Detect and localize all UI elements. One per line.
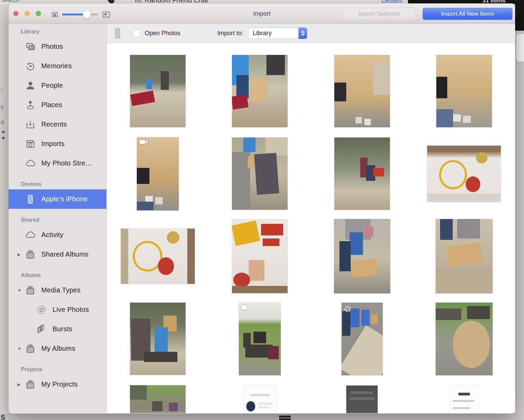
album-folder-icon bbox=[25, 249, 36, 260]
photo-thumbnail-video-crowd-on-lawn[interactable] bbox=[239, 303, 281, 375]
background-bottom-strip: S bbox=[0, 414, 524, 420]
minimize-button[interactable] bbox=[25, 11, 30, 16]
photo-thumbnail-screenshot-instagram-profile[interactable] bbox=[244, 386, 276, 413]
photo-thumbnail-man-and-woman-at-table[interactable] bbox=[130, 303, 186, 375]
sidebar-section-albums: Albums ▼ Media Types Live Photos bbox=[9, 270, 106, 358]
background-right-strip bbox=[515, 0, 524, 420]
section-header-projects: Projects bbox=[9, 364, 106, 375]
sidebar-section-library: Library Photos Memories bbox=[9, 27, 106, 173]
photo-grid-area bbox=[107, 43, 515, 413]
select-stepper-icon bbox=[299, 28, 307, 39]
recents-icon bbox=[25, 119, 36, 130]
photo-thumbnail-dog-head-with-shoes-below[interactable] bbox=[436, 55, 492, 127]
sidebar-item-imports[interactable]: Imports bbox=[9, 134, 106, 154]
photos-icon bbox=[25, 41, 36, 52]
photo-thumbnail-man-crouching-with-camera[interactable] bbox=[232, 137, 288, 210]
traffic-lights bbox=[13, 11, 41, 16]
large-thumbnail-icon bbox=[103, 12, 110, 17]
background-left-strip: ‹ k o ✦ ✦ bbox=[0, 4, 9, 414]
sidebar-section-shared: Shared Activity ▶ Shared Albums bbox=[9, 215, 106, 264]
open-photos-label: Open Photos bbox=[145, 30, 180, 37]
cloud-icon bbox=[25, 158, 36, 169]
background-bottom-fragment: S bbox=[1, 414, 5, 420]
sidebar-item-recents[interactable]: Recents bbox=[9, 115, 106, 134]
sidebar-item-media-types[interactable]: ▼ Media Types bbox=[9, 280, 106, 300]
photo-thumbnail-two-people-talking-under-oaks[interactable] bbox=[334, 137, 390, 210]
photos-import-window: Import Import Selected Import All New It… bbox=[9, 3, 515, 414]
slider-knob[interactable] bbox=[83, 11, 91, 18]
sidebar-item-places[interactable]: Places bbox=[9, 95, 106, 115]
photo-thumbnail-screenshot-settings-list[interactable] bbox=[450, 386, 478, 413]
memories-icon bbox=[25, 61, 36, 72]
sidebar-item-my-photo-stream[interactable]: My Photo Stre… bbox=[9, 154, 106, 173]
photo-thumbnail-live-photo-deck-and-people[interactable] bbox=[341, 303, 383, 375]
sidebar: Library Photos Memories bbox=[9, 24, 107, 413]
album-folder-icon bbox=[25, 379, 36, 390]
photo-thumbnail-people-petting-dog-on-deck[interactable] bbox=[334, 219, 390, 293]
disclosure-collapsed-icon[interactable]: ▶ bbox=[17, 382, 25, 387]
photo-thumbnail-dog-lying-on-deck-petted[interactable] bbox=[436, 219, 493, 293]
live-photos-icon bbox=[36, 304, 47, 315]
sidebar-item-bursts[interactable]: Bursts bbox=[9, 319, 106, 339]
open-photos-checkbox[interactable] bbox=[133, 30, 140, 37]
sidebar-item-apples-iphone[interactable]: Apple’s iPhone bbox=[9, 189, 106, 209]
disclosure-expanded-icon[interactable]: ▼ bbox=[17, 346, 25, 351]
album-folder-icon bbox=[25, 285, 36, 296]
sidebar-item-photos[interactable]: Photos bbox=[9, 37, 106, 56]
photo-thumbnail-doodle-dog-face-closeup[interactable] bbox=[436, 303, 493, 375]
section-header-devices: Devices bbox=[9, 179, 106, 189]
disclosure-collapsed-icon[interactable]: ▶ bbox=[17, 252, 25, 257]
sidebar-item-shared-albums[interactable]: ▶ Shared Albums bbox=[9, 245, 106, 264]
section-header-library: Library bbox=[9, 27, 106, 37]
sidebar-item-my-albums[interactable]: ▼ My Albums bbox=[9, 339, 106, 358]
section-header-albums: Albums bbox=[9, 270, 106, 280]
photo-grid bbox=[107, 43, 515, 413]
import-destination-select[interactable]: Library bbox=[248, 28, 307, 39]
album-folder-icon bbox=[25, 343, 36, 354]
video-badge-icon bbox=[242, 305, 250, 309]
destination-value: Library bbox=[248, 28, 299, 39]
places-icon bbox=[25, 100, 36, 111]
photo-thumbnail-handlers-petting-dog-closeup[interactable] bbox=[232, 55, 288, 127]
window-titlebar: Import Import Selected Import All New It… bbox=[9, 3, 515, 24]
live-photo-badge-icon bbox=[344, 305, 351, 312]
import-to-label: Import to: bbox=[217, 30, 243, 37]
imports-icon bbox=[25, 139, 36, 149]
sidebar-item-people[interactable]: People bbox=[9, 76, 106, 95]
photo-thumbnail-dog-head-facing-crowd[interactable] bbox=[130, 385, 186, 413]
sidebar-item-my-projects[interactable]: ▶ My Projects bbox=[9, 375, 106, 394]
import-options-bar: Open Photos Import to: Library bbox=[107, 24, 515, 43]
zoom-window-button[interactable] bbox=[36, 11, 41, 16]
sidebar-item-activity[interactable]: Activity bbox=[9, 225, 106, 245]
photo-thumbnail-screenshot-instagram-menu-sheet[interactable] bbox=[346, 386, 378, 413]
video-badge-icon bbox=[140, 140, 148, 144]
import-all-button[interactable]: Import All New Items bbox=[423, 8, 512, 20]
sidebar-section-devices: Devices Apple’s iPhone bbox=[9, 179, 106, 209]
sidebar-section-projects: Projects ▶ My Projects bbox=[9, 364, 106, 394]
thumbnail-size-control bbox=[52, 12, 110, 17]
close-button[interactable] bbox=[13, 11, 18, 16]
disclosure-expanded-icon[interactable]: ▼ bbox=[17, 288, 25, 293]
iphone-icon bbox=[25, 194, 36, 205]
sidebar-item-memories[interactable]: Memories bbox=[9, 56, 106, 76]
photo-thumbnail-therapy-dogs-towel-on-table[interactable] bbox=[427, 146, 501, 202]
bursts-icon bbox=[36, 324, 47, 335]
import-selected-button[interactable]: Import Selected bbox=[343, 8, 416, 20]
section-header-shared: Shared bbox=[9, 215, 106, 225]
cloud-icon bbox=[25, 230, 36, 241]
photo-thumbnail-therapy-dogs-shirt-closeup[interactable] bbox=[232, 219, 288, 293]
photo-thumbnail-petting-dog-head-closeup[interactable] bbox=[334, 55, 390, 127]
small-thumbnail-icon bbox=[52, 12, 58, 17]
photo-thumbnail-people-with-dog-on-boardwalk[interactable] bbox=[130, 55, 186, 127]
photo-thumbnail-alliance-of-therapy-dogs-towel[interactable] bbox=[121, 229, 195, 284]
photo-thumbnail-video-petting-dog[interactable] bbox=[137, 137, 179, 211]
thumbnail-size-slider[interactable] bbox=[62, 14, 98, 15]
people-icon bbox=[25, 80, 36, 91]
sidebar-item-live-photos[interactable]: Live Photos bbox=[9, 300, 106, 319]
device-iphone-icon bbox=[115, 28, 120, 39]
